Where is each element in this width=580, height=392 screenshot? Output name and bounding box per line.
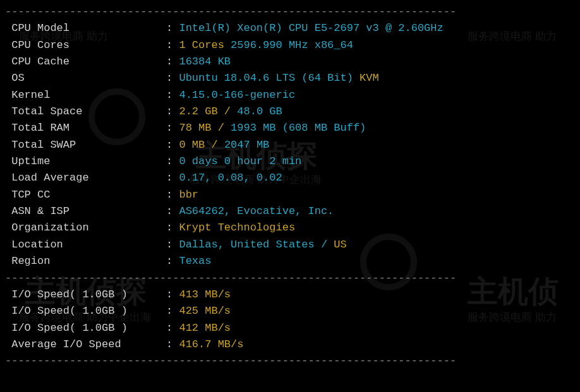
row-value: bbr	[179, 189, 198, 201]
colon: :	[166, 222, 179, 234]
divider-line: ----------------------------------------…	[5, 353, 575, 369]
row-value: 413 MB/s	[179, 288, 231, 300]
colon: :	[166, 189, 179, 201]
colon: :	[166, 305, 179, 317]
row-label: Load Average	[5, 172, 166, 184]
row-value: (608 MB Buff)	[282, 122, 366, 134]
row-label: CPU Cache	[5, 56, 166, 68]
colon: :	[166, 155, 179, 167]
sysinfo-row: Total Space : 2.2 GB / 48.0 GB	[5, 104, 575, 120]
sysinfo-row: Location : Dallas, United States / US	[5, 237, 575, 253]
row-value: 416.7 MB/s	[179, 338, 243, 350]
colon: :	[166, 322, 179, 334]
sysinfo-row: Region : Texas	[5, 253, 575, 270]
colon: :	[166, 172, 179, 184]
sysinfo-row: CPU Cache : 16384 KB	[5, 54, 575, 70]
row-value: 78 MB /	[179, 122, 231, 134]
row-label: CPU Model	[5, 22, 166, 34]
colon: :	[166, 122, 179, 134]
row-value: 48.0 GB	[237, 105, 282, 117]
row-value: 2.2 GB /	[179, 105, 237, 117]
sysinfo-row: OS : Ubuntu 18.04.6 LTS (64 Bit) KVM	[5, 70, 575, 86]
divider-line: ----------------------------------------…	[5, 4, 575, 20]
colon: :	[166, 139, 179, 151]
colon: :	[166, 56, 179, 68]
row-label: Average I/O Speed	[5, 338, 166, 350]
row-label: TCP CC	[5, 189, 166, 201]
colon: :	[166, 239, 179, 251]
row-value: Ubuntu 18.04.6 LTS (64 Bit)	[179, 72, 359, 84]
row-value: Intel(R) Xeon(R) CPU E5-2697 v3 @ 2.60GH…	[179, 22, 443, 34]
row-value: AS64262, Evocative, Inc.	[179, 205, 334, 217]
colon: :	[166, 105, 179, 117]
row-label: Total SWAP	[5, 139, 166, 151]
row-label: I/O Speed( 1.0GB )	[5, 288, 166, 300]
sysinfo-row: Uptime : 0 days 0 hour 2 min	[5, 153, 575, 170]
row-value: 2047 MB	[224, 139, 269, 151]
sysinfo-row: Total RAM : 78 MB / 1993 MB (608 MB Buff…	[5, 120, 575, 136]
sysinfo-row: CPU Cores : 1 Cores 2596.990 MHz x86_64	[5, 37, 575, 54]
row-value: US	[334, 239, 346, 251]
row-label: Kernel	[5, 89, 166, 101]
row-label: ASN & ISP	[5, 205, 166, 217]
colon: :	[166, 205, 179, 217]
row-value: 425 MB/s	[179, 305, 231, 317]
row-value: 4.15.0-166-generic	[179, 89, 295, 101]
row-value: 16384 KB	[179, 56, 231, 68]
row-label: Organization	[5, 222, 166, 234]
sysinfo-row: CPU Model : Intel(R) Xeon(R) CPU E5-2697…	[5, 20, 575, 37]
row-value: Krypt Technologies	[179, 222, 295, 234]
row-label: Uptime	[5, 155, 166, 167]
row-value: 0 days 0 hour 2 min	[179, 155, 301, 167]
sysinfo-row: TCP CC : bbr	[5, 187, 575, 203]
row-value: Texas	[179, 255, 211, 267]
row-label: Total Space	[5, 105, 166, 117]
colon: :	[166, 22, 179, 34]
row-value: x86_64	[315, 39, 353, 51]
colon: :	[166, 255, 179, 267]
row-value: 2596.990 MHz	[231, 39, 315, 51]
colon: :	[166, 338, 179, 350]
io-row: I/O Speed( 1.0GB ) : 412 MB/s	[5, 320, 575, 336]
divider-line: ----------------------------------------…	[5, 270, 575, 287]
io-row: I/O Speed( 1.0GB ) : 413 MB/s	[5, 287, 575, 303]
sysinfo-row: Kernel : 4.15.0-166-generic	[5, 87, 575, 104]
colon: :	[166, 89, 179, 101]
row-label: CPU Cores	[5, 39, 166, 51]
row-value: 412 MB/s	[179, 322, 231, 334]
colon: :	[166, 39, 179, 51]
row-label: I/O Speed( 1.0GB )	[5, 322, 166, 334]
sysinfo-row: Organization : Krypt Technologies	[5, 220, 575, 236]
row-label: Total RAM	[5, 122, 166, 134]
row-label: Region	[5, 255, 166, 267]
row-value: 1993 MB	[231, 122, 282, 134]
row-value: Dallas, United States /	[179, 239, 334, 251]
terminal-output: ----------------------------------------…	[5, 4, 575, 370]
row-value: 0.17, 0.08, 0.02	[179, 172, 282, 184]
colon: :	[166, 72, 179, 84]
row-value: KVM	[359, 72, 379, 84]
row-label: OS	[5, 72, 166, 84]
row-value: 0 MB /	[179, 139, 224, 151]
sysinfo-row: ASN & ISP : AS64262, Evocative, Inc.	[5, 203, 575, 220]
row-value: 1 Cores	[179, 39, 231, 51]
io-row: I/O Speed( 1.0GB ) : 425 MB/s	[5, 303, 575, 319]
row-label: Location	[5, 239, 166, 251]
colon: :	[166, 288, 179, 300]
io-row: Average I/O Speed : 416.7 MB/s	[5, 336, 575, 353]
sysinfo-row: Total SWAP : 0 MB / 2047 MB	[5, 137, 575, 153]
sysinfo-row: Load Average : 0.17, 0.08, 0.02	[5, 170, 575, 186]
row-label: I/O Speed( 1.0GB )	[5, 305, 166, 317]
